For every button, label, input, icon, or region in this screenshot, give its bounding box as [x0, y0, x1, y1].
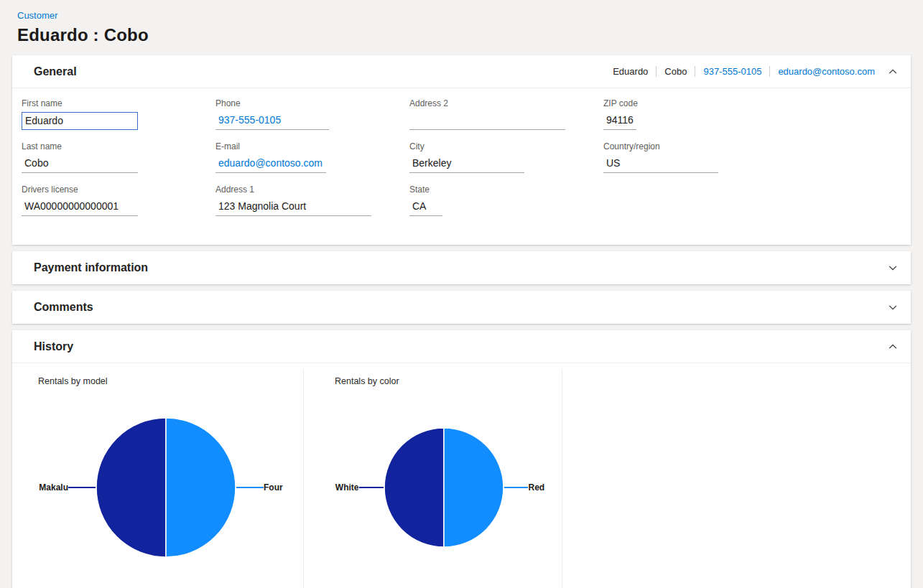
address1-input[interactable]: [215, 198, 371, 216]
field-address1: Address 1: [215, 185, 409, 216]
summary-last-name: Cobo: [664, 66, 687, 77]
field-first-name: First name: [22, 98, 215, 130]
pie-slice-label-right: Red: [528, 482, 562, 493]
summary-email-link[interactable]: eduardo@contoso.com: [778, 66, 875, 77]
chevron-up-icon[interactable]: [888, 67, 898, 77]
pie-row: White Red: [325, 386, 562, 588]
field-zip: ZIP code: [603, 98, 718, 130]
summary-phone-link[interactable]: 937-555-0105: [703, 66, 761, 77]
payment-section: Payment information: [12, 251, 911, 284]
city-label: City: [409, 141, 603, 151]
summary-divider: [695, 66, 695, 77]
chevron-up-icon[interactable]: [888, 342, 898, 352]
field-phone: Phone: [215, 98, 409, 130]
country-label: Country/region: [603, 141, 718, 151]
phone-label: Phone: [215, 98, 409, 108]
state-input[interactable]: [409, 198, 442, 216]
payment-section-header[interactable]: Payment information: [12, 251, 911, 284]
summary-divider: [656, 66, 657, 77]
leader-line-left: [359, 487, 384, 488]
field-state: State: [409, 185, 603, 216]
drivers-license-label: Drivers license: [22, 185, 215, 195]
field-email: E-mail: [215, 141, 409, 173]
phone-input[interactable]: [215, 112, 329, 130]
topbar: Customer Eduardo : Cobo: [12, 0, 911, 55]
general-section: General Eduardo Cobo 937-555-0105 eduard…: [12, 55, 911, 245]
chevron-down-icon[interactable]: [888, 263, 898, 273]
field-drivers-license: Drivers license: [22, 185, 215, 216]
field-country: Country/region: [603, 141, 718, 173]
comments-section: Comments: [12, 291, 911, 324]
pie-chart-rentals-by-model[interactable]: [96, 417, 236, 558]
general-section-title: General: [34, 65, 77, 78]
address2-input[interactable]: [409, 112, 565, 130]
general-form: First name Last name Drivers license Pho…: [12, 88, 911, 245]
comments-section-title: Comments: [34, 301, 93, 314]
general-section-header[interactable]: General Eduardo Cobo 937-555-0105 eduard…: [12, 55, 911, 88]
zip-input[interactable]: [603, 112, 636, 130]
leader-line-right: [504, 487, 529, 488]
state-label: State: [409, 185, 603, 195]
form-column-2: Phone E-mail Address 1: [215, 98, 409, 228]
chart-title: Rentals by color: [325, 376, 562, 386]
email-input[interactable]: [215, 155, 326, 173]
history-section-title: History: [34, 340, 73, 353]
pie-chart-rentals-by-color[interactable]: [384, 427, 504, 548]
payment-section-title: Payment information: [34, 261, 148, 274]
first-name-input[interactable]: [22, 112, 138, 130]
pie-slice-label-left: White: [325, 482, 359, 493]
first-name-label: First name: [22, 98, 215, 108]
history-content: Rentals by model Makalu Four Rentals by …: [12, 363, 911, 588]
chart-rentals-by-model: Rentals by model Makalu Four: [22, 369, 304, 588]
drivers-license-input[interactable]: [22, 198, 138, 216]
last-name-input[interactable]: [22, 155, 138, 173]
leader-line-right: [236, 487, 264, 488]
field-city: City: [409, 141, 603, 173]
comments-section-header[interactable]: Comments: [12, 291, 911, 324]
zip-label: ZIP code: [603, 98, 718, 108]
country-input[interactable]: [603, 155, 718, 173]
chevron-down-icon[interactable]: [888, 302, 898, 312]
last-name-label: Last name: [22, 141, 215, 151]
field-last-name: Last name: [22, 141, 215, 173]
history-section: History Rentals by model Makalu Four Ren…: [12, 330, 911, 588]
address2-label: Address 2: [409, 98, 603, 108]
pie-slice-label-right: Four: [264, 482, 301, 493]
form-column-3: Address 2 City State: [409, 98, 603, 228]
email-label: E-mail: [215, 141, 409, 151]
pie-slice-label-left: Makalu: [31, 482, 68, 493]
field-address2: Address 2: [409, 98, 603, 130]
chart-title: Rentals by model: [29, 376, 303, 386]
general-summary: Eduardo Cobo 937-555-0105 eduardo@contos…: [613, 66, 898, 77]
customer-page: Customer Eduardo : Cobo General Eduardo …: [0, 0, 923, 588]
city-input[interactable]: [409, 155, 524, 173]
breadcrumb-customer-link[interactable]: Customer: [17, 10, 57, 21]
summary-first-name: Eduardo: [613, 66, 648, 77]
form-column-1: First name Last name Drivers license: [22, 98, 215, 228]
summary-divider: [769, 66, 770, 77]
address1-label: Address 1: [215, 185, 409, 195]
chart-rentals-by-color: Rentals by color White Red: [318, 369, 562, 588]
leader-line-left: [68, 487, 96, 488]
pie-row: Makalu Four: [29, 386, 303, 588]
form-column-4: ZIP code Country/region: [603, 98, 718, 228]
history-section-header[interactable]: History: [12, 330, 911, 363]
page-title: Eduardo : Cobo: [17, 25, 906, 45]
